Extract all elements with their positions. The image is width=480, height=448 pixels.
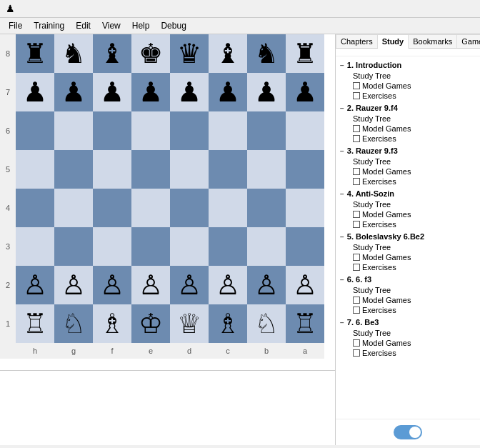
chapter-4-sub-3[interactable]: Exercises: [350, 219, 480, 229]
cell-g8[interactable]: ♞: [54, 34, 93, 73]
chapter-3-sub-1[interactable]: Study Tree: [350, 156, 480, 166]
cell-d5[interactable]: [170, 150, 209, 189]
cell-f3[interactable]: [93, 227, 131, 266]
menu-item-view[interactable]: View: [96, 19, 126, 32]
cell-c8[interactable]: ♝: [209, 34, 247, 73]
chapter-list[interactable]: −1. IntroductionStudy TreeModel GamesExe…: [336, 56, 480, 419]
cell-f2[interactable]: ♙: [93, 266, 131, 304]
cell-g6[interactable]: [54, 111, 93, 150]
chapter-title-1[interactable]: −1. Introduction: [336, 59, 480, 71]
cell-e7[interactable]: ♟: [131, 73, 170, 111]
chapter-2-sub-1[interactable]: Study Tree: [350, 114, 480, 124]
chapter-4-sub-1[interactable]: Study Tree: [350, 199, 480, 209]
cell-c5[interactable]: [209, 150, 247, 189]
toggle-area[interactable]: [336, 419, 480, 445]
cell-b3[interactable]: [247, 227, 286, 266]
chapter-3-sub-3[interactable]: Exercises: [350, 176, 480, 186]
cell-g5[interactable]: [54, 150, 93, 189]
cell-h2[interactable]: ♙: [16, 266, 54, 304]
menu-item-help[interactable]: Help: [126, 19, 156, 32]
cell-d4[interactable]: [170, 189, 209, 227]
tab-games[interactable]: Games: [457, 34, 480, 48]
cell-a3[interactable]: [286, 227, 324, 266]
cell-b7[interactable]: ♟: [247, 73, 286, 111]
cell-g7[interactable]: ♟: [54, 73, 93, 111]
cell-e2[interactable]: ♙: [131, 266, 170, 304]
toggle-switch[interactable]: [394, 425, 422, 439]
cell-a6[interactable]: [286, 111, 324, 150]
cell-d3[interactable]: [170, 227, 209, 266]
cell-g1[interactable]: ♘: [54, 304, 93, 343]
cell-b1[interactable]: ♘: [247, 304, 286, 343]
cell-c6[interactable]: [209, 111, 247, 150]
cell-d1[interactable]: ♕: [170, 304, 209, 343]
chapter-3-sub-2[interactable]: Model Games: [350, 166, 480, 176]
cell-f8[interactable]: ♝: [93, 34, 131, 73]
cell-c4[interactable]: [209, 189, 247, 227]
chapter-1-sub-2[interactable]: Model Games: [350, 81, 480, 91]
chapter-5-sub-3[interactable]: Exercises: [350, 262, 480, 272]
chapter-6-sub-3[interactable]: Exercises: [350, 305, 480, 315]
cell-a7[interactable]: ♟: [286, 73, 324, 111]
cell-e5[interactable]: [131, 150, 170, 189]
cell-g3[interactable]: [54, 227, 93, 266]
chapter-1-sub-1[interactable]: Study Tree: [350, 71, 480, 81]
cell-h3[interactable]: [16, 227, 54, 266]
menu-item-training[interactable]: Training: [28, 19, 70, 32]
chapter-6-sub-1[interactable]: Study Tree: [350, 285, 480, 295]
cell-a1[interactable]: ♖: [286, 304, 324, 343]
cell-d8[interactable]: ♛: [170, 34, 209, 73]
cell-f5[interactable]: [93, 150, 131, 189]
cell-b8[interactable]: ♞: [247, 34, 286, 73]
chapter-2-sub-3[interactable]: Exercises: [350, 134, 480, 144]
cell-e3[interactable]: [131, 227, 170, 266]
cell-d6[interactable]: [170, 111, 209, 150]
chapter-4-sub-2[interactable]: Model Games: [350, 209, 480, 219]
cell-h5[interactable]: [16, 150, 54, 189]
cell-d7[interactable]: ♟: [170, 73, 209, 111]
chapter-5-sub-2[interactable]: Model Games: [350, 252, 480, 262]
chapter-1-sub-3[interactable]: Exercises: [350, 91, 480, 101]
tab-study[interactable]: Study: [378, 34, 409, 49]
cell-h4[interactable]: [16, 189, 54, 227]
chapter-7-sub-2[interactable]: Model Games: [350, 338, 480, 348]
menu-item-edit[interactable]: Edit: [70, 19, 96, 32]
chapter-title-4[interactable]: −4. Anti-Sozin: [336, 188, 480, 199]
chapter-title-2[interactable]: −2. Rauzer 9.f4: [336, 102, 480, 114]
chapter-5-sub-1[interactable]: Study Tree: [350, 242, 480, 252]
cell-a2[interactable]: ♙: [286, 266, 324, 304]
cell-a8[interactable]: ♜: [286, 34, 324, 73]
cell-e8[interactable]: ♚: [131, 34, 170, 73]
cell-f7[interactable]: ♟: [93, 73, 131, 111]
cell-g2[interactable]: ♙: [54, 266, 93, 304]
cell-h7[interactable]: ♟: [16, 73, 54, 111]
cell-c7[interactable]: ♟: [209, 73, 247, 111]
chapter-title-6[interactable]: −6. 6. f3: [336, 274, 480, 285]
chapter-title-3[interactable]: −3. Rauzer 9.f3: [336, 145, 480, 156]
cell-h6[interactable]: [16, 111, 54, 150]
cell-b6[interactable]: [247, 111, 286, 150]
cell-b5[interactable]: [247, 150, 286, 189]
cell-f1[interactable]: ♗: [93, 304, 131, 343]
cell-e4[interactable]: [131, 189, 170, 227]
chapter-title-7[interactable]: −7. 6. Be3: [336, 317, 480, 328]
cell-c3[interactable]: [209, 227, 247, 266]
cell-c2[interactable]: ♙: [209, 266, 247, 304]
chapter-7-sub-3[interactable]: Exercises: [350, 348, 480, 358]
menu-item-debug[interactable]: Debug: [155, 19, 191, 32]
cell-h8[interactable]: ♜: [16, 34, 54, 73]
tab-chapters[interactable]: Chapters: [336, 34, 378, 48]
menu-item-file[interactable]: File: [3, 19, 28, 32]
cell-b4[interactable]: [247, 189, 286, 227]
cell-f6[interactable]: [93, 111, 131, 150]
chess-board[interactable]: 8♜♞♝♚♛♝♞♜7♟♟♟♟♟♟♟♟65432♙♙♙♙♙♙♙♙1♖♘♗♔♕♗♘♖…: [0, 34, 336, 386]
cell-g4[interactable]: [54, 189, 93, 227]
board-container[interactable]: 8♜♞♝♚♛♝♞♜7♟♟♟♟♟♟♟♟65432♙♙♙♙♙♙♙♙1♖♘♗♔♕♗♘♖…: [0, 34, 336, 370]
cell-b2[interactable]: ♙: [247, 266, 286, 304]
cell-f4[interactable]: [93, 189, 131, 227]
cell-e1[interactable]: ♔: [131, 304, 170, 343]
cell-a5[interactable]: [286, 150, 324, 189]
cell-d2[interactable]: ♙: [170, 266, 209, 304]
cell-e6[interactable]: [131, 111, 170, 150]
cell-c1[interactable]: ♗: [209, 304, 247, 343]
